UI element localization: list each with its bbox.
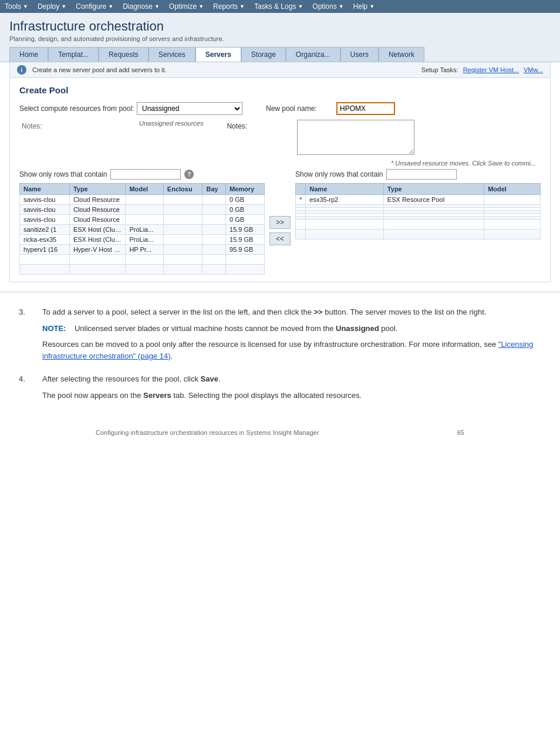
note-label: NOTE: [42, 324, 66, 333]
setup-tasks-right: Setup Tasks: Register VM Host... VMw... [421, 66, 543, 73]
tab-requests[interactable]: Requests [99, 47, 149, 62]
left-row-bay [203, 225, 226, 235]
left-row-memory: 0 GB [226, 215, 265, 225]
step-4-num: 4. [19, 373, 33, 383]
left-row-type: Cloud Resource [69, 195, 126, 205]
left-row-bay [203, 245, 226, 255]
left-table-row[interactable]: savvis-clou Cloud Resource 0 GB [20, 215, 265, 225]
step-container: 3. To add a server to a pool, select a s… [0, 302, 560, 417]
left-row-memory: 15.9 GB [226, 225, 265, 235]
menu-optimize[interactable]: Optimize ▼ [169, 2, 204, 11]
notes-row: Notes: Unassigned resources Notes: [19, 120, 541, 155]
left-row-model [126, 195, 163, 205]
menu-diagnose-arrow: ▼ [154, 4, 160, 9]
menu-diagnose[interactable]: Diagnose ▼ [123, 2, 160, 11]
left-row-bay [203, 205, 226, 215]
transfer-buttons: >> << [265, 216, 295, 245]
right-filter-label: Show only rows that contain [295, 170, 383, 178]
menu-options-label: Options [312, 2, 336, 11]
tab-network[interactable]: Network [379, 47, 424, 62]
left-table-row[interactable]: sanitize2 (1 ESX Host (Clustered) ProLia… [20, 225, 265, 235]
step-4-paragraph-2: The pool now appears on the Servers tab.… [42, 390, 541, 401]
left-col-model: Model [126, 184, 163, 195]
unsaved-note: * Unsaved resource moves. Click Save to … [391, 160, 536, 167]
menu-tasks-logs[interactable]: Tasks & Logs ▼ [254, 2, 303, 11]
help-icon[interactable]: ? [184, 170, 194, 179]
menu-configure[interactable]: Configure ▼ [76, 2, 113, 11]
left-row-model: ProLia... [126, 225, 163, 235]
menu-reports[interactable]: Reports ▼ [213, 2, 245, 11]
menu-tasks-logs-label: Tasks & Logs [254, 2, 296, 11]
left-row-model: HP Pr... [126, 245, 163, 255]
vmw-link[interactable]: VMw... [524, 66, 543, 73]
left-col-bay: Bay [203, 184, 226, 195]
footer-page: 65 [457, 429, 464, 436]
left-row-name: savvis-clou [20, 205, 70, 215]
left-table-empty-row [20, 255, 265, 265]
notes-label-left: Notes: [22, 120, 139, 130]
menu-help[interactable]: Help ▼ [353, 2, 375, 11]
left-row-name: savvis-clou [20, 215, 70, 225]
right-filter-row: Show only rows that contain [295, 169, 541, 180]
menu-tools[interactable]: Tools ▼ [5, 2, 28, 11]
left-filter-input[interactable] [110, 169, 181, 180]
tab-servers[interactable]: Servers [195, 47, 241, 62]
forward-button[interactable]: >> [269, 216, 291, 229]
tab-home[interactable]: Home [9, 47, 48, 62]
left-col-type: Type [69, 184, 126, 195]
left-data-table: Name Type Model Enclosu Bay Memory savvi… [19, 183, 265, 275]
menu-optimize-label: Optimize [169, 2, 197, 11]
left-row-bay [203, 195, 226, 205]
left-table-empty-row [20, 265, 265, 275]
right-notes-textarea[interactable] [297, 120, 414, 155]
right-col-type: Type [383, 184, 484, 195]
left-col-memory: Memory [226, 184, 265, 195]
left-row-memory: 0 GB [226, 205, 265, 215]
tab-organize[interactable]: Organiza... [286, 47, 340, 62]
tab-users[interactable]: Users [340, 47, 379, 62]
left-row-enclosure [163, 235, 203, 245]
register-vm-host-link[interactable]: Register VM Host... [463, 66, 519, 73]
right-row-type: ESX Resource Pool [383, 195, 484, 205]
setup-tasks-label: Setup Tasks: [421, 66, 458, 73]
menu-reports-arrow: ▼ [239, 4, 245, 9]
menu-reports-label: Reports [213, 2, 238, 11]
pool-select[interactable]: Unassigned [137, 102, 242, 115]
tab-services[interactable]: Services [149, 47, 195, 62]
menu-tasks-logs-arrow: ▼ [298, 4, 303, 9]
menu-options[interactable]: Options ▼ [312, 2, 343, 11]
step-3-row: 3. To add a server to a pool, select a s… [19, 306, 541, 366]
new-pool-name-input[interactable]: HPOMX [336, 102, 395, 115]
right-table-row[interactable]: * esx35-rp2 ESX Resource Pool [296, 195, 541, 205]
backward-button[interactable]: << [269, 232, 291, 245]
left-filter-label: Show only rows that contain [19, 170, 107, 178]
licensing-link[interactable]: "Licensing infrastructure orchestration"… [42, 340, 533, 360]
tab-templates[interactable]: Templat... [48, 47, 99, 62]
left-table-row[interactable]: savvis-clou Cloud Resource 0 GB [20, 205, 265, 215]
right-col-model: Model [484, 184, 541, 195]
right-filter-input[interactable] [386, 169, 457, 180]
left-table-row[interactable]: hyperv1 (16 Hyper-V Host (Not Clustere..… [20, 245, 265, 255]
left-row-name: hyperv1 (16 [20, 245, 70, 255]
notes-label-right: Notes: [227, 120, 297, 130]
tab-storage[interactable]: Storage [241, 47, 286, 62]
create-pool-title: Create Pool [19, 85, 541, 95]
step-3-note: NOTE: Unlicensed server blades or virtua… [42, 323, 541, 335]
setup-tasks-info-text: Create a new server pool and add servers… [32, 66, 167, 73]
left-row-memory: 15.9 GB [226, 235, 265, 245]
menu-diagnose-label: Diagnose [123, 2, 153, 11]
left-row-type: ESX Host (Clustered) [69, 235, 126, 245]
left-table-row[interactable]: ricka-esx35 ESX Host (Clustered) ProLia.… [20, 235, 265, 245]
left-row-name: sanitize2 (1 [20, 225, 70, 235]
footer-text: Configuring infrastructure orchestration… [96, 429, 319, 436]
setup-tasks-bar: i Create a new server pool and add serve… [9, 62, 551, 78]
right-row-asterisk: * [296, 195, 306, 205]
left-table-row[interactable]: savvis-clou Cloud Resource 0 GB [20, 195, 265, 205]
step-3-extra: Resources can be moved to a pool only af… [42, 339, 541, 362]
create-pool-section: Create Pool Select compute resources fro… [9, 78, 551, 282]
menu-deploy-label: Deploy [38, 2, 59, 11]
left-row-enclosure [163, 245, 203, 255]
menu-help-arrow: ▼ [369, 4, 375, 9]
menu-deploy-arrow: ▼ [61, 4, 66, 9]
menu-deploy[interactable]: Deploy ▼ [38, 2, 66, 11]
